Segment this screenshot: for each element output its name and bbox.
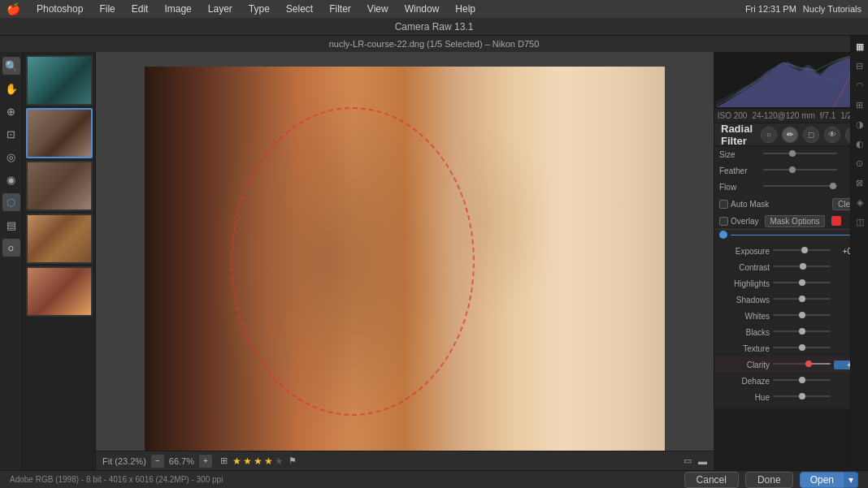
camera-info: ISO 200 24-120@120 mm f/7.1 1/200s <box>714 109 868 123</box>
hand-tool[interactable]: ✋ <box>2 80 20 97</box>
feather-slider-wrap[interactable] <box>763 169 837 172</box>
overlay-checkbox[interactable] <box>719 217 728 226</box>
split-tone-icon[interactable]: ◐ <box>853 136 867 151</box>
dehaze-slider[interactable] <box>773 379 831 382</box>
star-1[interactable]: ★ <box>232 456 241 467</box>
zoom-minus-btn[interactable]: − <box>151 455 164 468</box>
open-arrow-button[interactable]: ▾ <box>844 472 858 488</box>
menu-type[interactable]: Type <box>245 3 273 15</box>
highlights-slider[interactable] <box>773 282 831 285</box>
star-2[interactable]: ★ <box>243 456 252 467</box>
menu-edit[interactable]: Edit <box>128 3 152 15</box>
apple-logo: 🍎 <box>7 2 20 15</box>
left-toolbar: 🔍 ✋ ⊕ ⊡ ◎ ◉ ⬡ ▤ ○ <box>0 52 23 470</box>
menu-help[interactable]: Help <box>452 3 479 15</box>
app-title: Camera Raw 13.1 <box>395 21 474 32</box>
shadows-slider[interactable] <box>773 298 831 301</box>
menu-layer[interactable]: Layer <box>205 3 236 15</box>
flow-label: Flow <box>719 183 760 192</box>
mask-options-button[interactable]: Mask Options <box>765 215 824 227</box>
aperture-label: f/7.1 <box>820 111 835 120</box>
texture-slider[interactable] <box>773 347 831 350</box>
filmstrip-thumb-2[interactable] <box>26 108 93 158</box>
menu-photoshop[interactable]: Photoshop <box>33 3 86 15</box>
red-eye-tool[interactable]: ◉ <box>2 171 20 188</box>
filmstrip-thumb-3[interactable] <box>26 161 93 211</box>
transform-panel-icon[interactable]: ⊠ <box>853 175 867 190</box>
menu-view[interactable]: View <box>364 3 392 15</box>
texture-label: Texture <box>719 344 770 353</box>
basic-panel-icon[interactable]: ⊟ <box>853 58 867 73</box>
rating-stars[interactable]: ★ ★ ★ ★ ★ <box>232 456 284 467</box>
overlay-checkbox-wrap[interactable]: Overlay <box>719 217 758 226</box>
panel-eye-icon[interactable]: 👁 <box>824 127 840 143</box>
menu-filter[interactable]: Filter <box>326 3 354 15</box>
crop-tool[interactable]: ⊡ <box>2 125 20 143</box>
hue-row: Hue 0 <box>714 389 868 405</box>
mask-color-dot[interactable] <box>831 216 841 226</box>
whites-slider[interactable] <box>773 314 831 317</box>
graduated-filter-tool[interactable]: ▤ <box>2 216 20 234</box>
star-4[interactable]: ★ <box>264 456 273 467</box>
contrast-slider[interactable] <box>773 266 831 269</box>
exposure-slider[interactable] <box>773 249 831 253</box>
star-3[interactable]: ★ <box>254 456 263 467</box>
dehaze-row: Dehaze 0 <box>714 373 868 389</box>
highlights-row: Highlights 0 <box>714 275 868 292</box>
calibration-panel-icon[interactable]: ◫ <box>853 214 867 229</box>
histogram-panel-icon[interactable]: ▦ <box>853 52 867 54</box>
sliders-section: Exposure +0.55 Contrast +6 <box>714 240 868 408</box>
spot-heal-tool[interactable]: ◎ <box>2 148 20 166</box>
blacks-label: Blacks <box>719 328 770 337</box>
filmstrip-thumb-4[interactable] <box>26 214 93 264</box>
detail-panel-icon[interactable]: ⊞ <box>853 97 867 112</box>
compare-view-icon[interactable]: ▬ <box>698 456 707 466</box>
hsl-panel-icon[interactable]: ◑ <box>853 117 867 132</box>
filmstrip-thumb-1[interactable] <box>26 55 93 106</box>
auto-mask-checkbox[interactable] <box>719 200 728 209</box>
menu-image[interactable]: Image <box>161 3 194 15</box>
clarity-label: Clarity <box>719 361 770 369</box>
lens-panel-icon[interactable]: ⊙ <box>853 156 867 171</box>
canvas-area: Fit (23.2%) − 66.7% + ⊞ ★ ★ ★ ★ ★ ⚑ ▭ ▬ <box>96 52 714 470</box>
hue-slider[interactable] <box>773 395 831 399</box>
effects-panel-icon[interactable]: ◈ <box>853 195 867 209</box>
panel-eraser-icon[interactable]: ◻ <box>803 127 819 143</box>
main-image <box>145 67 665 456</box>
title-bar: Camera Raw 13.1 <box>0 18 868 36</box>
exposure-divider <box>714 230 868 240</box>
panel-title: Radial Filter <box>721 123 761 147</box>
open-main-button[interactable]: Open <box>800 472 844 488</box>
contrast-row: Contrast +6 <box>714 259 868 275</box>
adjustment-brush-tool[interactable]: ⬡ <box>2 193 20 211</box>
filmstrip <box>23 52 96 470</box>
menu-file[interactable]: File <box>96 3 118 15</box>
blacks-slider[interactable] <box>773 330 831 334</box>
size-slider-wrap[interactable] <box>763 153 837 156</box>
zoom-tool[interactable]: 🔍 <box>2 57 20 75</box>
blacks-row: Blacks 0 <box>714 324 868 340</box>
bottom-bar: Adobe RGB (1998) - 8 bit - 4016 x 6016 (… <box>0 470 868 488</box>
star-5[interactable]: ★ <box>275 456 284 467</box>
size-label: Size <box>719 150 760 159</box>
divider-handle[interactable] <box>719 231 727 239</box>
overlay-label: Overlay <box>731 217 758 226</box>
auto-mask-checkbox-wrap[interactable]: Auto Mask <box>719 200 769 209</box>
menu-select[interactable]: Select <box>283 3 316 15</box>
zoom-fit-label: Fit (23.2%) <box>102 456 146 466</box>
white-balance-tool[interactable]: ⊕ <box>2 102 20 120</box>
flow-slider-wrap[interactable] <box>763 185 837 188</box>
curve-panel-icon[interactable]: ◠ <box>853 78 867 93</box>
radial-filter-tool[interactable]: ○ <box>2 239 20 257</box>
cancel-button[interactable]: Cancel <box>684 472 739 488</box>
clarity-slider[interactable] <box>773 363 831 366</box>
filmstrip-thumb-5[interactable] <box>26 266 93 317</box>
done-button[interactable]: Done <box>745 472 793 488</box>
zoom-plus-btn[interactable]: + <box>199 455 212 468</box>
panel-pen-icon[interactable]: ✏ <box>782 127 798 143</box>
menu-window[interactable]: Window <box>401 3 443 15</box>
panel-brush-icon[interactable]: ○ <box>761 127 777 143</box>
single-view-icon[interactable]: ▭ <box>684 456 692 466</box>
open-button-group: Open ▾ <box>800 472 858 488</box>
canvas-bottom-bar: Fit (23.2%) − 66.7% + ⊞ ★ ★ ★ ★ ★ ⚑ ▭ ▬ <box>96 451 714 470</box>
